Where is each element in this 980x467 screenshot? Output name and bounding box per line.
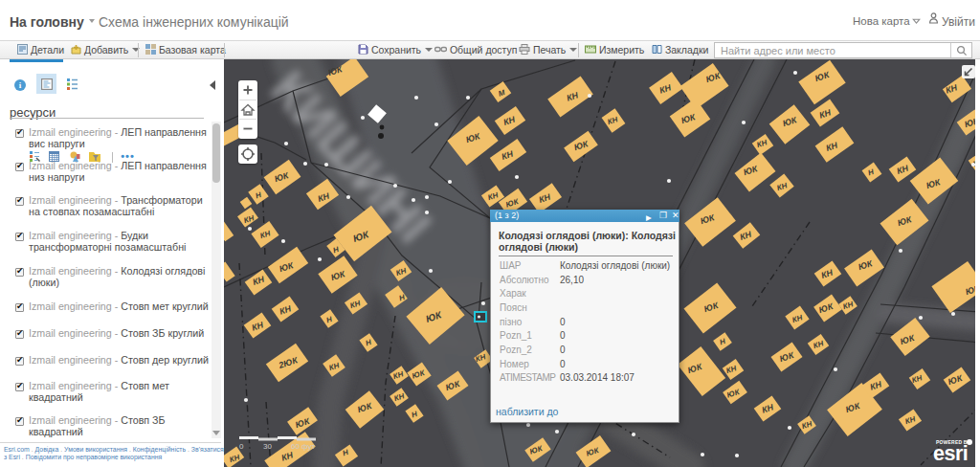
svg-text:30: 30	[263, 442, 272, 451]
svg-text:60 фут: 60 фут	[291, 442, 316, 451]
svg-text:0: 0	[239, 442, 244, 451]
svg-text:esri: esri	[933, 442, 968, 465]
